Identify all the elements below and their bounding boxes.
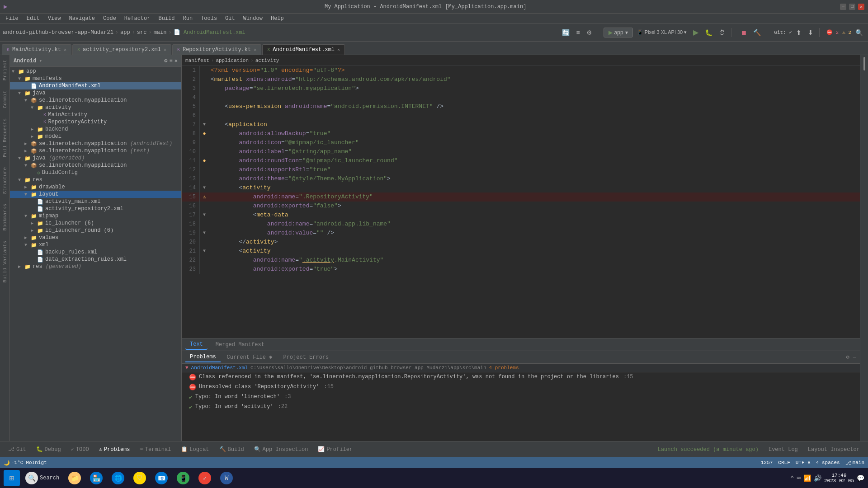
problem-item-3[interactable]: ✔ Typo: In word 'linerotech' :3 (182, 392, 860, 402)
tab-androidmanifest[interactable]: X AndroidManifest.xml ✕ (262, 44, 345, 55)
status-indent[interactable]: 4 spaces (816, 460, 840, 465)
maximize-button[interactable]: □ (849, 4, 855, 10)
menu-refactor[interactable]: Refactor (121, 14, 154, 23)
menu-git[interactable]: Git (222, 14, 239, 23)
taskbar-app3[interactable]: ✓ (195, 470, 215, 486)
problems-gear-icon[interactable]: ⚙ (846, 354, 849, 361)
tree-package-main[interactable]: ▼ 📦 se.linerotech.myapplication (10, 97, 181, 104)
sync-button[interactable]: 🔄 (560, 28, 572, 38)
tab-current-file[interactable]: Current File ✱ (222, 352, 277, 362)
network-icon[interactable]: 📶 (803, 474, 811, 482)
taskbar-file-explorer[interactable]: 📁 (65, 470, 85, 486)
tree-java[interactable]: ▼ 📁 java (10, 89, 181, 97)
settings-button[interactable]: ⚙ (584, 28, 594, 38)
fold-arrow-7[interactable]: ▼ (203, 120, 206, 129)
taskbar-mail[interactable]: 📧 (151, 470, 171, 486)
tab-mainactivity-close[interactable]: ✕ (64, 47, 66, 52)
bt-problems[interactable]: ⚠ Problems (94, 445, 135, 454)
menu-code[interactable]: Code (99, 14, 120, 23)
menu-tools[interactable]: Tools (197, 14, 221, 23)
stop-button[interactable]: ⏹ (738, 28, 749, 38)
structure-button[interactable]: ≡ (574, 28, 582, 38)
tree-manifests[interactable]: ▼ 📁 manifests (10, 75, 181, 82)
project-close-icon[interactable]: ✕ (175, 57, 178, 64)
git-push[interactable]: ⬆ (794, 28, 804, 38)
bt-event-log[interactable]: Event Log (764, 445, 802, 454)
notification-icon[interactable]: 💬 (857, 474, 864, 482)
toolbar-search[interactable]: 🔍 (853, 28, 865, 38)
tree-model[interactable]: ▶ 📁 model (10, 133, 181, 140)
profile-button[interactable]: ⏱ (717, 28, 727, 38)
tree-activity-repo2[interactable]: 📄 activity_repository2.xml (10, 205, 181, 212)
bc-manifest[interactable]: manifest (185, 58, 209, 63)
breadcrumb-project[interactable]: android-github-browser-app-Mudar21 (3, 29, 113, 36)
tree-res[interactable]: ▼ 📁 res (10, 176, 181, 183)
tab-activity-repo2[interactable]: X activity_repository2.xml ✕ (72, 44, 171, 55)
sidebar-project-label[interactable]: Project (1, 57, 9, 83)
tree-package-gen[interactable]: ▼ 📦 se.linerotech.myapplication (10, 162, 181, 169)
tree-ic-launcher-round[interactable]: ▶ 📁 ic_launcher_round (6) (10, 227, 181, 234)
tree-res-gen[interactable]: ▶ 📁 res (generated) (10, 263, 181, 270)
menu-file[interactable]: File (2, 14, 22, 23)
tab-repositoryactivity[interactable]: K RepositoryActivity.kt ✕ (172, 44, 261, 55)
problems-file-name[interactable]: AndroidManifest.xml (191, 365, 248, 371)
tab-repositoryactivity-close[interactable]: ✕ (254, 47, 256, 52)
tree-xml-folder[interactable]: ▼ 📁 xml (10, 241, 181, 249)
taskbar-search[interactable]: 🔍 Search (22, 470, 63, 486)
close-button[interactable]: ✕ (858, 4, 864, 10)
tree-backend[interactable]: ▶ 📁 backend (10, 126, 181, 133)
project-dropdown-arrow[interactable]: ▾ (39, 58, 42, 64)
bc-application[interactable]: application (216, 58, 249, 63)
tab-activity-repo2-close[interactable]: ✕ (164, 47, 166, 52)
tree-app[interactable]: ▼ 📁 app (10, 68, 181, 75)
problem-item-1[interactable]: ⛔ Class referenced in the manifest, 'se.… (182, 372, 860, 382)
chevron-up-icon[interactable]: ⌃ (790, 474, 794, 482)
bt-terminal[interactable]: ⌨ Terminal (136, 445, 176, 454)
taskbar-start-button[interactable]: ⊞ (4, 470, 20, 486)
tree-drawable[interactable]: ▶ 📁 drawable (10, 183, 181, 191)
tree-mainactivity[interactable]: K MainActivity (10, 111, 181, 118)
problem-item-4[interactable]: ✔ Typo: In word 'acitvity' :22 (182, 402, 860, 412)
tab-problems[interactable]: Problems (185, 352, 221, 362)
menu-build[interactable]: Build (155, 14, 178, 23)
tree-acitvity[interactable]: ▼ 📁 acitvity (10, 104, 181, 111)
problems-minimize-icon[interactable]: ─ (853, 354, 856, 361)
bt-app-inspection[interactable]: 🔍 App Inspection (250, 445, 313, 454)
tree-activity-main[interactable]: 📄 activity_main.xml (10, 198, 181, 205)
volume-icon[interactable]: 🔊 (814, 474, 821, 482)
tree-layout[interactable]: ▼ 📁 layout (10, 191, 181, 198)
breadcrumb-app[interactable]: app (120, 29, 130, 36)
taskbar-app2[interactable]: 📱 (173, 470, 193, 486)
taskbar-norton[interactable]: 🛡 (130, 470, 150, 486)
status-line-col[interactable]: 1257 (761, 460, 773, 465)
sidebar-pr-label[interactable]: Pull Requests (1, 116, 9, 160)
tab-androidmanifest-close[interactable]: ✕ (337, 47, 340, 52)
breadcrumb-src[interactable]: src (137, 29, 147, 36)
menu-help[interactable]: Help (267, 14, 288, 23)
tab-project-errors[interactable]: Project Errors (278, 353, 333, 362)
debug-button[interactable]: 🐛 (703, 28, 715, 38)
fold-arrow-17[interactable]: ▼ (203, 211, 206, 220)
bt-layout-inspector[interactable]: Layout Inspector (803, 445, 864, 454)
tree-buildconfig[interactable]: ⚙ BuildConfig (10, 169, 181, 176)
tree-ic-launcher[interactable]: ▶ 📁 ic_launcher (6) (10, 220, 181, 227)
tree-values[interactable]: ▶ 📁 values (10, 234, 181, 241)
tree-java-gen[interactable]: ▼ 📁 java (generated) (10, 155, 181, 162)
tab-mainactivity[interactable]: K MainActivity.kt ✕ (2, 44, 71, 55)
tree-androidtest[interactable]: ▶ 📦 se.linerotech.myapplication (android… (10, 140, 181, 147)
tree-data-extraction[interactable]: 📄 data_extraction_rules.xml (10, 256, 181, 263)
sidebar-build-variants-label[interactable]: Build Variants (1, 238, 9, 285)
status-crlf[interactable]: CRLF (778, 460, 790, 465)
bt-git[interactable]: ⎇ Git (4, 445, 31, 454)
sidebar-structure-label[interactable]: Structure (1, 164, 9, 197)
menu-view[interactable]: View (44, 14, 65, 23)
sidebar-bookmarks-label[interactable]: Bookmarks (1, 201, 9, 233)
system-clock[interactable]: 17:49 2023-02-05 (824, 473, 854, 483)
fold-arrow-19[interactable]: ▼ (203, 229, 206, 238)
status-encoding[interactable]: UTF-8 (796, 460, 811, 465)
taskbar-word[interactable]: W (217, 470, 236, 486)
run-config-button[interactable]: ▶ app ▾ (604, 28, 633, 38)
project-collapse-icon[interactable]: ≡ (170, 57, 173, 64)
breadcrumb-file[interactable]: 📄 AndroidManifest.xml (174, 29, 245, 36)
tab-merged-manifest[interactable]: Merged Manifest (211, 340, 269, 349)
